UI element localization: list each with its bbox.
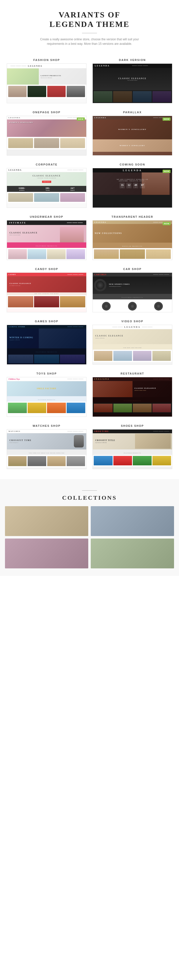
- variant-candy-shop[interactable]: CANDY SHOP CANDY CLASSIC ELEGANCE we rea…: [4, 265, 90, 317]
- video-banner: FOR HER AND FOR HIM: [93, 344, 172, 350]
- parallax-bottom: WOMEN'S JEWELLERY: [93, 139, 172, 152]
- restaurant-hero: CLASSIC ELEGANCE authentic italian cuisi…: [93, 381, 172, 397]
- fashion-hero: LATEST PRODUCTS discover our collection: [7, 68, 86, 84]
- onepage-product-3: [60, 138, 85, 148]
- underwear-mini-nav: [26, 223, 84, 223]
- underwear-header: INTIMATE: [7, 221, 86, 225]
- variant-onepage-shop[interactable]: ONEPAGE SHOP NEW LEGENDA WOMEN'S JEWELLE…: [4, 108, 90, 161]
- watches-products: [7, 455, 86, 467]
- candy-banner: ARE YOU LOOKING FOR MORE?: [7, 293, 86, 295]
- toys-hero-title: SMILE FACTORY: [37, 387, 56, 390]
- video-hero-title: CLASSIC ELEGANCE: [95, 335, 124, 337]
- shoes-hero-sub: top footwear collection: [95, 442, 115, 443]
- video-product-2: [113, 351, 132, 361]
- onepage-hero-title: WOMEN'S JEWELLERY: [9, 121, 33, 123]
- games-product-3: [60, 355, 85, 363]
- car-hero-text: NEW SPORTS TIRES outstanding performance: [108, 283, 130, 287]
- shoes-banner-text: FEATURED PRODUCTS: [124, 452, 141, 453]
- games-banner: COMPLETELY NEW TECHNOLOGY: [7, 364, 86, 364]
- onepage-hero-text: WOMEN'S JEWELLERY: [9, 121, 33, 123]
- toys-logo: Children Toys: [8, 378, 20, 380]
- underwear-hero: CLASSIC ELEGANCE NEW COLLECTION: [7, 225, 86, 242]
- car-tire-3: [154, 302, 163, 310]
- header-divider: [82, 33, 97, 33]
- variant-video-shop[interactable]: VIDEO SHOP LEGENDA CLASSIC ELEGANCE time…: [90, 317, 175, 369]
- underwear-products: [7, 248, 86, 260]
- corporate-hero-title: CLASSIC ELEGANCE: [33, 175, 61, 177]
- dark-model-3: [133, 91, 152, 102]
- parallax-hero-text: WOMEN'S JEWELLERY: [118, 129, 146, 130]
- transparent-banner: POPULAR PRODUCTS: [93, 243, 172, 248]
- variant-label-video: VIDEO SHOP: [92, 320, 172, 323]
- collection-item-3[interactable]: [5, 539, 88, 568]
- games-mini-nav: [25, 326, 85, 327]
- corporate-stat-1: 11000+products: [19, 187, 25, 191]
- new-badge-transparent: NEW: [163, 222, 171, 225]
- variant-fashion-shop[interactable]: FASHION SHOP LEGENDA LATEST PRODUCTS dis…: [4, 56, 90, 108]
- candy-hero-title: CLASSIC ELEGANCE: [10, 282, 31, 285]
- variant-preview-watches: WATCHES CROSSFIT TIME luxury timepieces …: [7, 429, 87, 469]
- variant-label-toys: TOYS SHOP: [7, 372, 87, 375]
- coming-logo: LEGENDA: [94, 169, 171, 172]
- variant-label-fashion: FASHION SHOP: [7, 59, 87, 62]
- corporate-hero-sub: CHOOSE YOUR FASHION: [33, 177, 61, 179]
- watches-header: WATCHES: [7, 430, 86, 433]
- variant-parallax[interactable]: PARALLAX NEW LEGENDA WOMEN'S JEWELLERY W…: [90, 108, 175, 161]
- variant-watches-shop[interactable]: WATCHES SHOP WATCHES CROSSFIT TIME luxur…: [4, 422, 90, 474]
- candy-product-1: [8, 296, 33, 307]
- variant-underwear-shop[interactable]: UNDERWEAR SHOP INTIMATE CLASSIC ELEGANCE…: [4, 213, 90, 265]
- variant-coming-soon[interactable]: COMING SOON NEW LEGENDA WE ARE CURRENTLY…: [90, 161, 175, 213]
- transparent-hero-text: NEW COLLECTIONS: [93, 232, 122, 234]
- corporate-stat-2: 100+brands: [46, 187, 50, 191]
- car-hero-title: NEW SPORTS TIRES: [109, 283, 130, 285]
- restaurant-hero-text: CLASSIC ELEGANCE authentic italian cuisi…: [133, 387, 172, 391]
- variant-label-shoes: SHOES SHOP: [92, 424, 172, 427]
- coming-countdown: 35 days 12 hrs 49 min 07: [117, 183, 148, 188]
- variant-corporate[interactable]: CORPORATE LEGENDA CLASSIC ELEGANCE CHOOS…: [4, 161, 90, 213]
- fashion-mini-nav: [9, 66, 28, 66]
- watches-product-4: [67, 456, 85, 466]
- games-header: GAMING STORE: [7, 325, 86, 328]
- car-mini-nav: [106, 274, 171, 275]
- car-logo: CARTIRES: [94, 274, 106, 276]
- variant-preview-car: CARTIRES NEW SPORTS TIRES outstanding pe…: [92, 272, 172, 312]
- watches-product-2: [28, 456, 46, 466]
- coming-count-min: 49 min: [133, 183, 138, 188]
- fashion-hero-image: [7, 68, 39, 84]
- video-hero: CLASSIC ELEGANCE timeless collection: [93, 329, 172, 344]
- variant-car-shop[interactable]: CAR SHOP CARTIRES NEW SPORTS TIRES outst…: [90, 265, 175, 317]
- collections-title: COLLECTIONS: [5, 495, 174, 501]
- restaurant-header: ITALIANA: [93, 377, 172, 381]
- variant-restaurant[interactable]: RESTAURANT ITALIANA CLASSIC ELEGANCE aut…: [90, 369, 175, 422]
- coming-hero: WE ARE CURRENTLY WORKING ONAWESOME, CREA…: [93, 172, 172, 195]
- car-tire-1: [102, 302, 111, 310]
- transparent-product-2: [120, 249, 145, 259]
- variant-shoes-shop[interactable]: SHOES SHOP SHOETIME CROSSFIT TITLE top f…: [90, 422, 175, 474]
- car-hero: NEW SPORTS TIRES outstanding performance: [93, 277, 172, 294]
- variant-transparent-header[interactable]: TRANSPARENT HEADER NEW LEGENDA NEW COLLE…: [90, 213, 175, 265]
- variant-label-restaurant: RESTAURANT: [92, 372, 172, 375]
- toys-product-3: [47, 402, 66, 413]
- collection-item-2[interactable]: [91, 506, 174, 536]
- parallax-hero-title: WOMEN'S JEWELLERY: [118, 129, 146, 130]
- collections-area: COLLECTIONS: [0, 479, 179, 576]
- candy-header: CANDY: [7, 273, 86, 276]
- variant-label-onepage: ONEPAGE SHOP: [7, 111, 87, 114]
- shoes-banner: FEATURED PRODUCTS: [93, 449, 172, 455]
- video-product-1: [94, 351, 112, 361]
- watches-product-3: [47, 456, 66, 466]
- games-featured-text: FEATURED PRODUCTS: [36, 352, 57, 353]
- restaurant-mini-nav: [109, 379, 171, 379]
- variant-games-shop[interactable]: GAMES SHOP GAMING STORE WINTER IS COMING…: [4, 317, 90, 369]
- variant-dark-version[interactable]: DARK VERSION LEGENDA CLASSIC ELEGANCE ne…: [90, 56, 175, 108]
- restaurant-hero-title: CLASSIC ELEGANCE: [135, 387, 172, 389]
- car-banner: FEATURED PRODUCTS: [93, 294, 172, 299]
- toys-products: [7, 402, 86, 414]
- corporate-product-3: [60, 193, 85, 202]
- collection-item-1[interactable]: [5, 506, 88, 536]
- parallax-mini-nav: [106, 118, 171, 118]
- restaurant-product-4: [152, 404, 171, 412]
- collection-item-4[interactable]: [91, 539, 174, 568]
- video-products: [93, 350, 172, 362]
- variant-toys-shop[interactable]: TOYS SHOP Children Toys SMILE FACTORY FE…: [4, 369, 90, 422]
